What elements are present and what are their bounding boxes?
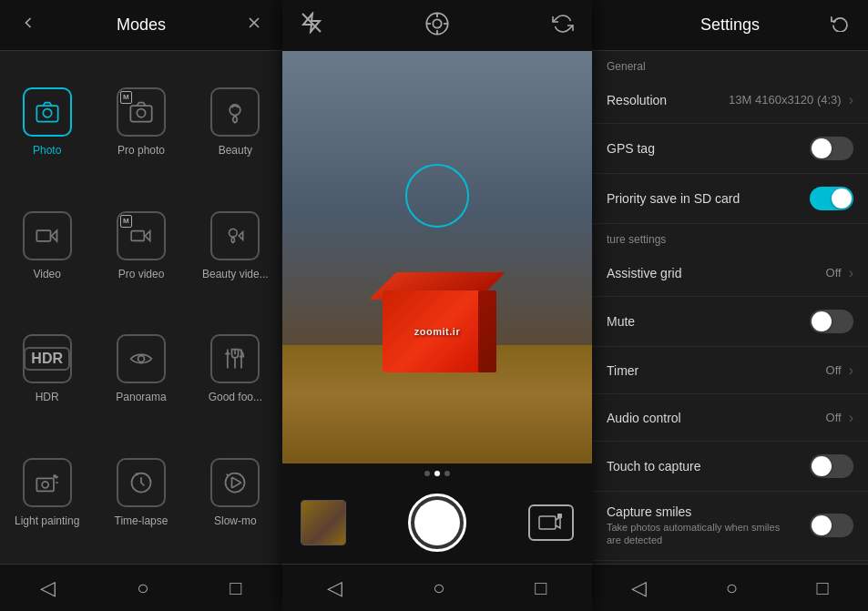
page-dots-container [282,463,592,482]
camera-panel: zoomit.ir ◁ ○ □ [282,0,592,611]
mode-time-lapse[interactable]: Time-lapse [94,431,188,555]
capture-smiles-sublabel: Take photos automatically when smiles ar… [607,521,789,547]
mode-panorama[interactable]: Panorama [94,308,188,432]
svg-line-26 [227,474,229,476]
settings-home-btn[interactable]: ○ [711,569,752,607]
timer-item[interactable]: Timer Off › [592,347,868,394]
center-recent-btn[interactable]: □ [520,569,561,607]
resolution-item[interactable]: Resolution 13M 4160x3120 (4:3) › [592,76,868,124]
svg-rect-7 [36,230,50,241]
back-nav-btn[interactable]: ◁ [26,569,70,607]
capture-section-label: ture settings [592,224,868,249]
back-icon[interactable] [15,14,42,36]
svg-point-19 [42,482,48,488]
svg-rect-36 [557,514,562,518]
page-dots [282,467,592,480]
mode-switch-button[interactable] [528,504,574,541]
resolution-label-group: Resolution [607,93,667,107]
modes-panel: Modes Photo M [0,0,282,611]
beauty-video-icon-wrapper [210,211,260,260]
hdr-circle-icon[interactable] [424,11,450,40]
photo-thumbnail[interactable] [301,500,346,545]
svg-marker-8 [51,230,56,241]
assistive-grid-item[interactable]: Assistive grid Off › [592,249,868,297]
touch-capture-label-group: Touch to capture [607,459,701,474]
light-painting-icon-wrapper [23,458,72,507]
mode-pro-video[interactable]: M Pro video [94,184,188,308]
hdr-icon-wrapper: HDR [23,334,72,383]
focus-circle [405,164,469,228]
red-cube: zoomit.ir [378,272,496,372]
photo-icon-wrapper [23,87,72,137]
dot-1 [424,471,430,476]
photo-label: Photo [33,144,61,157]
capture-button[interactable] [408,494,466,552]
time-lapse-icon-wrapper [117,458,166,507]
timer-label-group: Timer [607,363,638,378]
gps-label: GPS tag [607,141,655,156]
mode-pro-photo[interactable]: M Pro photo [94,60,188,184]
camera-top-bar [282,0,592,51]
audio-control-label: Audio control [607,411,681,425]
mode-photo[interactable]: Photo [0,60,94,184]
touch-capture-toggle-thumb [812,456,832,476]
settings-refresh-icon[interactable] [826,14,853,36]
mute-item: Mute [592,297,868,347]
mode-slow-mo[interactable]: Slow-mo [189,431,282,555]
priority-save-toggle[interactable] [810,187,853,210]
center-back-btn[interactable]: ◁ [312,569,357,607]
capture-smiles-label-group: Capture smiles Take photos automatically… [607,504,789,547]
assistive-grid-right: Off › [826,265,853,281]
mode-beauty-video[interactable]: Beauty vide... [189,184,282,308]
audio-control-label-group: Audio control [607,411,681,425]
capture-smiles-toggle-thumb [812,515,832,535]
gps-tag-item: GPS tag [592,124,868,174]
slow-mo-label: Slow-mo [214,514,257,527]
beauty-video-label: Beauty vide... [202,268,269,280]
assistive-grid-chevron-icon: › [849,265,853,281]
resolution-right: 13M 4160x3120 (4:3) › [729,92,853,108]
resolution-label: Resolution [607,93,667,107]
mode-hdr[interactable]: HDR HDR [0,308,94,432]
mode-good-food[interactable]: Good foo... [189,308,282,432]
mode-video[interactable]: Video [0,184,94,308]
svg-point-3 [43,108,51,117]
svg-rect-18 [36,478,54,491]
resolution-value: 13M 4160x3120 (4:3) [729,93,842,107]
settings-panel: Settings General Resolution 13M 4160x312… [592,0,868,611]
svg-point-11 [230,229,238,237]
beauty-icon-wrapper [210,87,260,137]
rotate-camera-icon[interactable] [552,13,574,38]
priority-save-label-group: Priority save in SD card [607,191,740,206]
pro-video-icon-wrapper: M [117,211,166,260]
gps-toggle[interactable] [810,137,853,160]
timer-right: Off › [826,362,853,379]
close-icon[interactable] [240,14,268,36]
timer-chevron-icon: › [849,362,853,379]
modes-title: Modes [42,15,240,35]
recent-nav-btn[interactable]: □ [215,569,256,607]
modes-grid: Photo M Pro photo [0,51,282,564]
svg-rect-35 [539,516,556,529]
mute-label-group: Mute [607,314,635,329]
dot-2 [434,471,440,476]
priority-save-label: Priority save in SD card [607,191,740,206]
mute-toggle[interactable] [810,310,853,333]
touch-capture-item: Touch to capture [592,442,868,492]
home-nav-btn[interactable]: ○ [122,569,163,607]
good-food-label: Good foo... [209,391,262,403]
settings-back-btn[interactable]: ◁ [617,569,661,607]
beauty-label: Beauty [219,144,252,157]
flash-icon[interactable] [301,12,322,39]
capture-smiles-toggle[interactable] [810,514,853,537]
camera-viewfinder[interactable]: zoomit.ir [282,51,592,463]
touch-capture-toggle[interactable] [810,454,853,478]
mode-beauty[interactable]: Beauty [189,60,282,184]
audio-control-item[interactable]: Audio control Off › [592,394,868,442]
mute-toggle-thumb [812,311,832,331]
mode-light-painting[interactable]: Light painting [0,431,94,555]
slow-mo-icon-wrapper [210,458,260,507]
settings-recent-btn[interactable]: □ [802,569,842,607]
mute-label: Mute [607,314,635,329]
center-home-btn[interactable]: ○ [418,569,459,607]
